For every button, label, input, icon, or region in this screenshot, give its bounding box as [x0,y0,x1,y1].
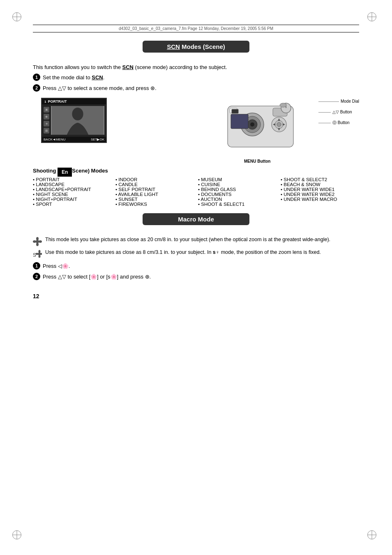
scn-section-header: SCN Modes (Scene) [33,41,359,58]
en-badge: En [58,168,72,177]
macro-title-bar: Macro Mode [143,213,249,225]
mode-landscape: LANDSCAPE [33,182,111,187]
macro-desc2-text: Use this mode to take pictures as close … [45,249,321,255]
svg-point-30 [36,253,39,255]
macro-icon-flower2: s [33,250,42,259]
lcd-top-bar: 1 PORTRAIT [42,99,106,104]
mode-shoot-select1: SHOOT & SELECT1 [198,202,277,207]
shooting-modes-grid: PORTRAIT LANDSCAPE LANDSCAPE+PORTRAIT NI… [33,177,359,207]
lcd-screen: 1 PORTRAIT ▣ ◉ ◈ ▦ [41,98,107,143]
corner-mark-tr [367,12,380,25]
scn-step2: 2 Press △▽ to select a scene mode, and p… [33,84,359,92]
svg-text:s: s [33,251,36,258]
ok-button-label: Ⓞ Button [332,119,350,127]
mode-dial-label-row: Mode Dial [318,98,359,105]
file-info: d4302_03_basic_e_03_camera_7.fm Page 12 … [33,25,359,32]
svg-point-6 [250,122,254,127]
mode-museum: MUSEUM [198,177,277,182]
mode-behind-glass: BEHIND GLASS [198,187,277,192]
mode-landscape-portrait: LANDSCAPE+PORTRAIT [33,187,111,192]
macro-title: Macro Mode [178,216,214,223]
lcd-set-label: SET▶OK [91,138,104,141]
diagram-area: 1 PORTRAIT ▣ ◉ ◈ ▦ [33,98,359,164]
step2-text: Press △▽ to select a scene mode, and pre… [43,84,157,92]
modes-col4: SHOOT & SELECT2 BEACH & SNOW UNDER WATER… [281,177,359,207]
scn-title-rest: Modes (Scene) [180,43,225,50]
mode-indoor: INDOOR [115,177,194,182]
lcd-back-label: BACK◄MENU [44,138,65,141]
mode-dial-label: Mode Dial [341,98,359,105]
svg-point-16 [277,122,281,127]
mode-cuisine: CUISINE [198,182,277,187]
mode-auction: AUCTION [198,197,277,202]
corner-mark-bl [12,530,25,543]
mode-sport: SPORT [33,202,111,207]
svg-point-23 [36,243,39,246]
lcd-icon-4: ▦ [44,128,49,134]
menu-button-label: MENU Button [244,159,270,164]
camera-svg [219,98,302,155]
macro-desc2: s Use this mode to take pictures as clos… [33,249,359,259]
modes-col1: PORTRAIT LANDSCAPE LANDSCAPE+PORTRAIT NI… [33,177,111,207]
mode-candle: CANDLE [115,182,194,187]
corner-mark-br [367,530,380,543]
lcd-image-area [51,106,104,135]
svg-point-28 [39,250,41,253]
step1-text: Set the mode dial to SCN. [43,74,104,82]
svg-point-24 [33,240,36,243]
mode-sunset: SUNSET [115,197,194,202]
svg-point-27 [38,253,41,256]
mode-fireworks: FIREWORKS [115,202,194,207]
macro-step1: 1 Press ◁🌸. [33,262,359,270]
lcd-wrapper: 1 PORTRAIT ▣ ◉ ◈ ▦ [41,98,107,143]
scn-step1: 1 Set the mode dial to SCN. [33,74,359,82]
corner-mark-tl [12,12,25,25]
lcd-icon-3: ◈ [44,121,49,127]
macro-step1-text: Press ◁🌸. [43,262,70,270]
scn-intro-badge: SCN [122,64,134,70]
macro-step2: 2 Press △▽ to select [🌸] or [s🌸] and pre… [33,273,359,281]
lcd-icon-2: ◉ [44,114,49,120]
scn-intro: This function allows you to switch the S… [33,64,359,70]
mode-underwater-wide2: UNDER WATER WIDE2 [281,192,359,197]
macro-step1-circle: 1 [33,262,40,269]
scn-title-bar: SCN Modes (Scene) [143,41,249,53]
mode-portrait: PORTRAIT [33,177,111,182]
scn-intro-text2: (scene mode) according to the subject. [134,64,227,70]
menu-button-label-row: MENU Button [244,159,270,164]
svg-point-29 [39,255,41,258]
step1-circle: 1 [33,74,40,81]
macro-step2-text: Press △▽ to select [🌸] or [s🌸] and press… [43,273,151,281]
svg-rect-19 [231,114,248,129]
shooting-modes-title: Shooting SCN (Scene) Modes [33,168,359,174]
modes-col3: MUSEUM CUISINE BEHIND GLASS DOCUMENTS AU… [198,177,277,207]
mode-documents: DOCUMENTS [198,192,277,197]
scn-title-scn: SCN [167,43,180,50]
macro-desc1-text: This mode lets you take pictures as clos… [45,237,330,242]
mode-self-portrait: SELF PORTRAIT [115,187,194,192]
mode-shoot-select2: SHOOT & SELECT2 [281,177,359,182]
camera-labels: Mode Dial △▽ Button Ⓞ Button [318,98,359,130]
mode-night-portrait: NIGHT+PORTRAIT [33,197,111,202]
mode-underwater-wide1: UNDER WATER WIDE1 [281,187,359,192]
ok-button-label-row: Ⓞ Button [318,119,359,127]
svg-point-18 [280,103,286,107]
lcd-icon-1: ▣ [44,107,49,113]
step2-circle: 2 [33,84,40,92]
macro-step2-circle: 2 [33,273,40,280]
page: d4302_03_basic_e_03_camera_7.fm Page 12 … [0,0,392,555]
mode-underwater-macro: UNDER WATER MACRO [281,197,359,202]
camera-diagram-wrapper: Mode Dial △▽ Button Ⓞ Button MENU Button [219,98,359,164]
svg-point-25 [39,240,42,243]
macro-section-header: Macro Mode [33,213,359,231]
svg-point-1 [72,108,83,120]
lcd-icons-left: ▣ ◉ ◈ ▦ [44,107,49,134]
svg-point-22 [36,237,39,240]
svg-point-21 [36,240,39,243]
mode-night-scene: NIGHT SCENE [33,192,111,197]
scn-intro-text1: This function allows you to switch the [33,64,122,70]
macro-desc1: This mode lets you take pictures as clos… [33,237,359,246]
lcd-bottom-bar: BACK◄MENU SET▶OK [42,137,106,142]
mode-available-light: AVAILABLE LIGHT [115,192,194,197]
arrow-button-label-row: △▽ Button [318,108,359,116]
